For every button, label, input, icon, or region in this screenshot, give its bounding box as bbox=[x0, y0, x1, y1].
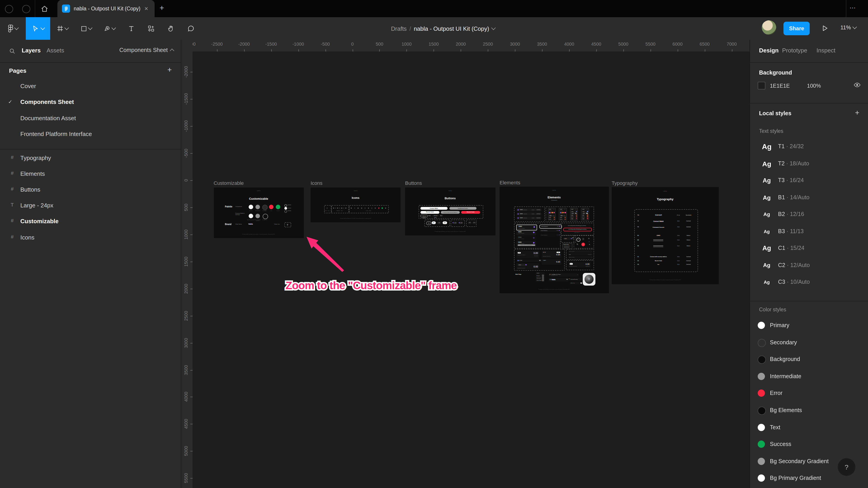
ruler-label: -2000 bbox=[183, 61, 190, 84]
ruler-label: 4000 bbox=[183, 386, 190, 408]
page-row[interactable]: Documentation Asset bbox=[0, 111, 181, 127]
ruler-label: 5000 bbox=[183, 440, 190, 462]
move-tool-selected[interactable] bbox=[26, 17, 50, 40]
ruler-label: -1000 bbox=[183, 115, 190, 137]
color-style-row[interactable]: Text bbox=[750, 419, 868, 436]
text-style-row[interactable]: AgC2 · 12/Auto bbox=[750, 257, 868, 273]
ruler-label: 5000 bbox=[612, 41, 635, 46]
page-selector[interactable]: Components Sheet bbox=[119, 47, 174, 53]
frame-tool[interactable] bbox=[53, 17, 72, 40]
present-icon[interactable] bbox=[821, 24, 829, 32]
window-circle-1[interactable] bbox=[5, 5, 13, 13]
ruler-tick bbox=[190, 478, 192, 479]
color-style-row[interactable]: Background bbox=[750, 351, 868, 368]
share-button[interactable]: Share bbox=[783, 22, 810, 35]
layer-row[interactable]: #Customizable bbox=[0, 214, 181, 230]
breadcrumb-file-name[interactable]: nabla - Outpost UI Kit (Copy) bbox=[414, 25, 489, 32]
text-style-row[interactable]: AgT2 · 18/Auto bbox=[750, 155, 868, 172]
shape-tool[interactable] bbox=[76, 17, 95, 40]
text-style-row[interactable]: AgC1 · 15/24 bbox=[750, 240, 868, 257]
color-style-label: Intermediate bbox=[770, 373, 801, 380]
annotation-text: Zoom to the "Customizable" frame bbox=[281, 279, 462, 292]
search-icon[interactable] bbox=[9, 48, 16, 54]
breadcrumb-root[interactable]: Drafts bbox=[391, 25, 407, 32]
layer-row[interactable]: #Icons bbox=[0, 230, 181, 246]
ruler-tick bbox=[352, 49, 353, 51]
page-row[interactable]: Frontend Platform Interface bbox=[0, 127, 181, 142]
local-styles-header: Local styles bbox=[759, 110, 792, 117]
add-page-button[interactable]: + bbox=[167, 66, 172, 74]
layer-row[interactable]: TLarge - 24px bbox=[0, 198, 181, 214]
text-tool[interactable] bbox=[123, 17, 140, 40]
color-style-row[interactable]: Primary bbox=[750, 317, 868, 334]
add-style-button[interactable]: + bbox=[855, 108, 860, 118]
tab-close-icon[interactable]: ✕ bbox=[144, 6, 148, 12]
comment-tool[interactable] bbox=[182, 17, 199, 40]
page-row[interactable]: ✓Components Sheet bbox=[0, 95, 181, 110]
browser-tab[interactable]: nabla - Outpost UI Kit (Copy) ✕ bbox=[57, 0, 155, 17]
share-label: Share bbox=[789, 25, 804, 32]
hand-tool[interactable] bbox=[162, 17, 180, 40]
background-row[interactable]: 1E1E1E 100% bbox=[758, 82, 821, 90]
ruler-tick bbox=[461, 49, 461, 51]
main-menu-button[interactable] bbox=[3, 17, 22, 40]
color-style-swatch bbox=[758, 390, 765, 397]
tab-layers[interactable]: Layers bbox=[22, 47, 41, 54]
color-style-row[interactable]: Error bbox=[750, 385, 868, 402]
color-swatch[interactable] bbox=[758, 82, 765, 90]
right-panel: Design Prototype Inspect Background 1E1E… bbox=[749, 40, 868, 488]
eye-icon[interactable] bbox=[854, 82, 861, 88]
page-row[interactable]: Cover bbox=[0, 78, 181, 94]
ruler-tick bbox=[732, 49, 732, 51]
layer-row[interactable]: #Elements bbox=[0, 166, 181, 182]
help-button[interactable]: ? bbox=[838, 458, 855, 476]
resources-tool[interactable] bbox=[143, 17, 160, 40]
color-style-row[interactable]: Intermediate bbox=[750, 368, 868, 385]
layer-row[interactable]: #Typography bbox=[0, 151, 181, 166]
tab-design[interactable]: Design bbox=[759, 47, 779, 54]
chevron-down-icon[interactable] bbox=[491, 26, 496, 30]
color-style-swatch bbox=[758, 441, 765, 448]
window-circle-2[interactable] bbox=[22, 5, 30, 13]
text-style-sample: Ag bbox=[758, 189, 775, 206]
color-style-row[interactable]: Bg Elements bbox=[750, 402, 868, 419]
background-hex[interactable]: 1E1E1E bbox=[770, 83, 790, 89]
text-style-row[interactable]: AgB1 · 14/Auto bbox=[750, 189, 868, 206]
canvas[interactable]: Customizable nabla Customizable Palette … bbox=[181, 40, 749, 488]
tab-inspect[interactable]: Inspect bbox=[816, 47, 835, 54]
layer-row[interactable]: #Buttons bbox=[0, 182, 181, 198]
color-style-swatch bbox=[758, 339, 766, 347]
text-style-row[interactable]: AgB2 · 12/16 bbox=[750, 206, 868, 223]
ruler-label: -1000 bbox=[287, 41, 309, 46]
text-styles-list: AgT1 · 24/32AgT2 · 18/AutoAgT3 · 16/24Ag… bbox=[750, 138, 868, 292]
background-opacity[interactable]: 100% bbox=[807, 83, 821, 89]
zoom-menu[interactable]: 11% bbox=[840, 24, 856, 31]
ruler-label: 500 bbox=[183, 196, 190, 219]
tab-prototype[interactable]: Prototype bbox=[782, 47, 807, 54]
color-style-swatch bbox=[758, 458, 765, 465]
color-style-row[interactable]: Secondary bbox=[750, 334, 868, 351]
text-style-row[interactable]: AgC3 · 10/Auto bbox=[750, 274, 868, 291]
text-style-label: C1 · 15/24 bbox=[778, 245, 804, 251]
text-style-row[interactable]: AgT3 · 16/24 bbox=[750, 172, 868, 189]
color-style-label: Bg Primary Gradient bbox=[770, 475, 821, 482]
ruler-label: -500 bbox=[314, 41, 337, 46]
color-style-swatch bbox=[758, 356, 766, 364]
color-style-row[interactable]: Success bbox=[750, 436, 868, 453]
home-icon[interactable] bbox=[41, 5, 49, 13]
layer-label: Elements bbox=[20, 170, 45, 177]
avatar[interactable] bbox=[762, 20, 776, 35]
text-style-row[interactable]: AgB3 · 11/13 bbox=[750, 223, 868, 240]
ruler-tick bbox=[407, 49, 407, 51]
ruler-tick bbox=[190, 180, 192, 181]
text-style-sample: Ag bbox=[758, 206, 775, 223]
new-tab-icon[interactable]: + bbox=[160, 4, 164, 13]
more-icon[interactable]: ⋯ bbox=[849, 4, 856, 11]
text-style-label: T2 · 18/Auto bbox=[778, 160, 809, 166]
text-style-row[interactable]: AgT1 · 24/32 bbox=[750, 138, 868, 155]
tab-assets[interactable]: Assets bbox=[46, 47, 64, 54]
v-ruler: -2000-1500-1000-500050010001500200025003… bbox=[181, 40, 192, 488]
text-style-label: B2 · 12/16 bbox=[778, 211, 804, 217]
ruler-label: 1500 bbox=[423, 41, 445, 46]
pen-tool[interactable] bbox=[100, 17, 119, 40]
